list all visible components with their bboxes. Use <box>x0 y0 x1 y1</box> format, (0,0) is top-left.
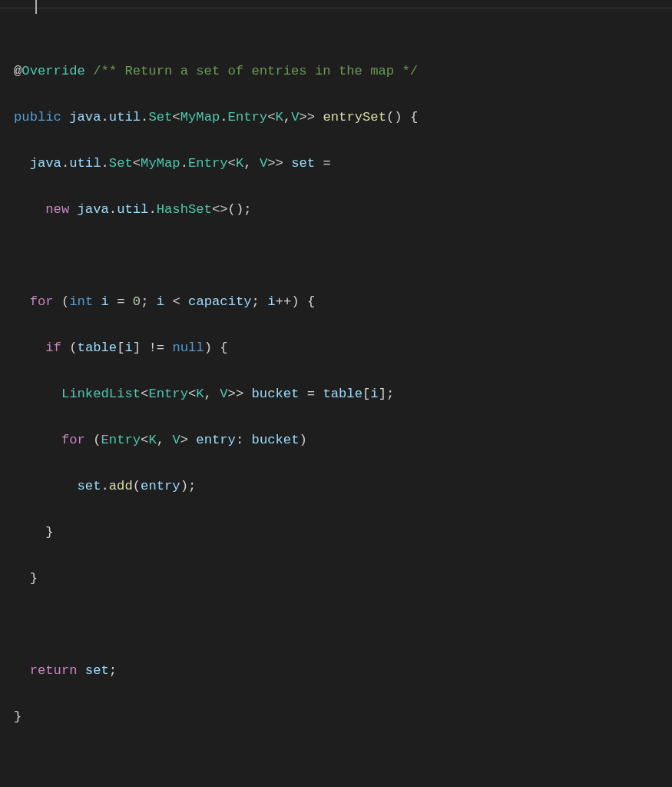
code-line: } <box>14 567 672 590</box>
code-line: if (table[i] != null) { <box>14 337 672 360</box>
code-line: return set; <box>14 659 672 682</box>
code-line: } <box>14 706 672 729</box>
code-line: @Override /** Return a set of entries in… <box>14 60 672 83</box>
text-cursor <box>35 0 37 14</box>
code-line: java.util.Set<MyMap.Entry<K, V>> set = <box>14 152 672 175</box>
code-line <box>14 244 672 267</box>
code-line: for (Entry<K, V> entry: bucket) <box>14 429 672 452</box>
code-line: LinkedList<Entry<K, V>> bucket = table[i… <box>14 383 672 406</box>
code-line: new java.util.HashSet<>(); <box>14 198 672 221</box>
comment: /** Return a set of entries in the map *… <box>93 64 418 78</box>
code-line: public java.util.Set<MyMap.Entry<K,V>> e… <box>14 106 672 129</box>
code-line: } <box>14 521 672 544</box>
code-line: set.add(entry); <box>14 475 672 498</box>
code-line <box>14 613 672 636</box>
code-editor[interactable]: @Override /** Return a set of entries in… <box>0 0 672 787</box>
code-line <box>14 752 672 775</box>
code-line: for (int i = 0; i < capacity; i++) { <box>14 291 672 314</box>
